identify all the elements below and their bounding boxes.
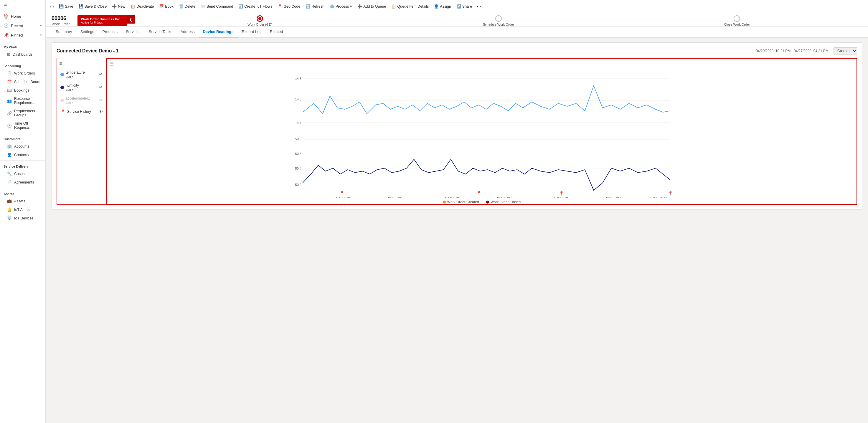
record-id: 00006 <box>52 15 70 22</box>
section-service-delivery: Service Delivery <box>0 162 45 169</box>
humidity-label: humidity <box>66 84 97 88</box>
svg-text:14.6: 14.6 <box>295 77 302 80</box>
svg-text:04/26/2020: 04/26/2020 <box>606 196 622 198</box>
legend-item-accelerometerz[interactable]: accelerometerZ avg ▾ 👁 <box>59 95 104 106</box>
save-button[interactable]: 💾 Save <box>57 3 76 10</box>
active-stage-sub: Active for 6 days <box>81 21 123 24</box>
section-my-work: My Work <box>0 42 45 50</box>
chevron-down-icon: ▾ <box>72 100 74 104</box>
eye-icon[interactable]: 👁 <box>99 85 103 90</box>
chart-legend: ≡ temperature avg ▾ 👁 <box>57 58 107 205</box>
save-close-button[interactable]: 💾 Save & Close <box>76 3 109 10</box>
step-label: Schedule Work Order <box>483 23 514 26</box>
process-button[interactable]: ⚙️ Process ▾ <box>327 3 354 10</box>
sidebar-item-resource-requirements[interactable]: 👥 Resource Requireme... <box>0 95 45 107</box>
tab-summary[interactable]: Summary <box>52 27 76 37</box>
tab-settings[interactable]: Settings <box>76 27 98 37</box>
tab-products[interactable]: Products <box>98 27 122 37</box>
legend-item-humidity[interactable]: humidity avg ▾ 👁 <box>59 82 104 93</box>
divider <box>0 160 45 161</box>
book-button[interactable]: 📅 Book <box>157 3 176 10</box>
sidebar-item-dashboards[interactable]: ⊞ Dashboards <box>0 50 45 59</box>
more-options-button[interactable]: ⋯ <box>475 2 483 10</box>
refresh-icon: 🔃 <box>306 4 310 8</box>
stage-collapse-button[interactable]: ❮ <box>127 15 135 24</box>
tab-service-tasks[interactable]: Service Tasks <box>145 27 177 37</box>
svg-text:50.8: 50.8 <box>295 137 302 141</box>
legend-layers-row: ≡ <box>59 61 104 67</box>
layers-icon: ≡ <box>59 61 62 67</box>
sidebar-item-schedule-board[interactable]: 📅 Schedule Board <box>0 77 45 86</box>
legend-content-humidity: humidity avg ▾ <box>66 84 97 91</box>
legend-item-service-history[interactable]: 📍 Service History 👁 <box>59 107 104 116</box>
view-select[interactable]: Custom Day Week Month <box>834 47 857 55</box>
layers-icon: ⊟ <box>109 60 114 67</box>
sidebar-item-cases[interactable]: 🔧 Cases <box>0 169 45 178</box>
sidebar-item-agreements[interactable]: 📄 Agreements <box>0 178 45 187</box>
cases-icon: 🔧 <box>7 171 12 176</box>
sidebar-item-iot-alerts[interactable]: 🔔 IoT Alerts <box>0 205 45 214</box>
history-icon[interactable]: ⊙ <box>48 3 56 10</box>
process-step-close[interactable]: Close Work Order <box>618 15 856 26</box>
accelerometerz-color-dot <box>60 99 64 102</box>
queue-item-details-button[interactable]: 📋 Queue Item Details <box>389 3 431 10</box>
refresh-button[interactable]: 🔃 Refresh <box>303 3 327 10</box>
tab-services[interactable]: Services <box>122 27 145 37</box>
sidebar-item-contacts[interactable]: 👤 Contacts <box>0 151 45 159</box>
chevron-down-icon: ▾ <box>72 74 74 78</box>
assign-button[interactable]: 👤 Assign <box>432 3 454 10</box>
sidebar-item-assets[interactable]: 💼 Assets <box>0 197 45 205</box>
svg-text:📍: 📍 <box>339 191 345 196</box>
tab-device-readings[interactable]: Device Readings <box>198 27 238 37</box>
legend-content-temperature: temperature avg ▾ <box>66 70 97 78</box>
sidebar-item-time-off-requests[interactable]: 🕐 Time Off Requests <box>0 119 45 132</box>
tab-record-log[interactable]: Record Log <box>238 27 266 37</box>
sidebar-item-recent[interactable]: 🕐 Recent ▾ <box>0 21 45 30</box>
eye-icon[interactable]: 👁 <box>99 109 103 114</box>
step-circle-active <box>257 15 263 22</box>
tab-related[interactable]: Related <box>266 27 287 37</box>
deactivate-button[interactable]: 📋 Deactivate <box>128 3 156 10</box>
tabs-bar: Summary Settings Products Services Servi… <box>46 27 868 38</box>
new-button[interactable]: ➕ New <box>110 3 128 10</box>
sidebar-item-home[interactable]: 🏠 Home <box>0 11 45 21</box>
share-button[interactable]: ↗️ Share <box>454 3 474 10</box>
chart-header: Connected Device Demo - 1 04/20/2020, 10… <box>57 47 857 55</box>
main-area: ⊙ 💾 Save 💾 Save & Close ➕ New 📋 Deactiva… <box>46 0 868 423</box>
svg-text:04/22/2020: 04/22/2020 <box>388 196 404 198</box>
chevron-down-icon: ▾ <box>40 33 42 37</box>
process-step-schedule[interactable]: Schedule Work Order <box>379 15 618 26</box>
assign-icon: 👤 <box>434 4 439 8</box>
wo-created-dot <box>443 201 446 203</box>
add-to-queue-button[interactable]: ➕ Add to Queue <box>355 3 388 10</box>
hamburger-icon[interactable]: ☰ <box>0 0 45 11</box>
chart-top-row: ⊟ ⋯ <box>107 59 857 67</box>
send-command-button[interactable]: 📨 Send Command <box>198 3 236 10</box>
sidebar-item-iot-devices[interactable]: 📡 IoT Devices <box>0 214 45 222</box>
sidebar-item-requirement-groups[interactable]: 🔗 Requirement Groups <box>0 107 45 119</box>
chart-more-button[interactable]: ⋯ <box>849 60 854 67</box>
eye-icon[interactable]: 👁 <box>99 98 103 102</box>
divider <box>0 188 45 188</box>
iot-flows-icon: 🔄 <box>238 4 243 8</box>
chart-bottom-legend: Work Order Created Work Order Closed <box>107 200 857 204</box>
sidebar-item-bookings[interactable]: 📖 Bookings <box>0 86 45 95</box>
active-stage[interactable]: Work Order Business Pro... Active for 6 … <box>78 15 127 26</box>
create-iot-flows-button[interactable]: 🔄 Create IoT Flows <box>236 3 275 10</box>
sidebar-item-work-orders[interactable]: 📋 Work Orders <box>0 69 45 77</box>
step-circle-inactive <box>495 15 502 22</box>
delete-button[interactable]: 🗑️ Delete <box>177 3 198 10</box>
tab-address[interactable]: Address <box>177 27 199 37</box>
temperature-color-dot <box>60 73 64 76</box>
sidebar-item-pinned[interactable]: 📌 Pinned ▾ <box>0 30 45 40</box>
legend-item-temperature[interactable]: temperature avg ▾ 👁 <box>59 69 104 80</box>
svg-text:📍: 📍 <box>559 191 564 196</box>
eye-icon[interactable]: 👁 <box>99 72 103 76</box>
assets-icon: 💼 <box>7 199 12 203</box>
geo-code-button[interactable]: 📍 Geo Code <box>275 3 303 10</box>
service-history-label: Service History <box>67 109 97 114</box>
svg-text:14.5: 14.5 <box>295 98 302 101</box>
resource-req-icon: 👥 <box>7 99 12 103</box>
sidebar-item-accounts[interactable]: 🏢 Accounts <box>0 142 45 151</box>
process-step-work-order[interactable]: Work Order (6 D) <box>141 15 379 26</box>
